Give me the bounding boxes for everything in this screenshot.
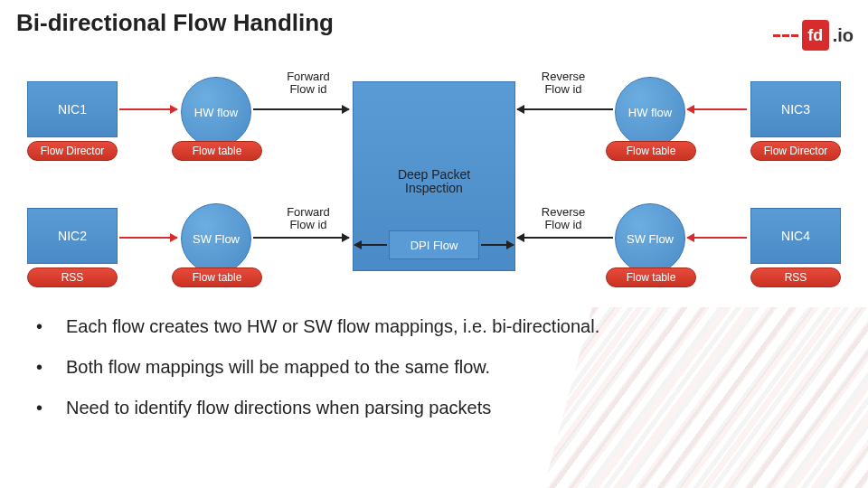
forward-flow-id-top: Forward Flow id	[277, 70, 340, 95]
reverse-flow-id-top: Reverse Flow id	[532, 70, 595, 95]
flow-table-top-left: Flow table	[172, 141, 262, 161]
dpi-flow-inner: DPI Flow	[389, 230, 479, 259]
arrow-icon	[119, 108, 177, 110]
page-title: Bi-directional Flow Handling	[16, 9, 334, 37]
bullet-item: Both flow mappings will be mapped to the…	[18, 357, 814, 378]
flow-table-bottom-right: Flow table	[606, 267, 696, 287]
sw-flow-right: SW Flow	[615, 203, 685, 274]
bullet-list: Each flow creates two HW or SW flow mapp…	[18, 316, 814, 438]
bullet-text: Each flow creates two HW or SW flow mapp…	[66, 316, 599, 337]
dpi-label: Deep Packet Inspection	[384, 168, 484, 196]
bullet-item: Each flow creates two HW or SW flow mapp…	[18, 316, 814, 337]
hw-flow-right: HW flow	[615, 77, 685, 147]
fdio-logo: fd .io	[773, 20, 854, 51]
arrow-icon	[687, 237, 747, 239]
arrow-icon	[354, 244, 387, 246]
flow-table-bottom-left: Flow table	[172, 267, 262, 287]
bullet-item: Need to identify flow directions when pa…	[18, 398, 814, 418]
nic2-box: NIC2	[27, 208, 118, 264]
sw-flow-left: SW Flow	[181, 203, 251, 274]
arrow-icon	[687, 108, 747, 110]
arrow-icon	[517, 108, 613, 110]
speed-lines-icon	[773, 34, 798, 37]
forward-flow-id-bottom: Forward Flow id	[277, 206, 340, 230]
arrow-icon	[253, 237, 349, 239]
flow-table-top-right: Flow table	[606, 141, 696, 161]
arrow-icon	[253, 108, 349, 110]
reverse-flow-id-bottom: Reverse Flow id	[532, 206, 595, 230]
logo-suffix: .io	[833, 25, 854, 46]
logo-badge-icon: fd	[802, 20, 829, 51]
flow-director-1: Flow Director	[27, 141, 118, 161]
flow-director-3: Flow Director	[750, 141, 841, 161]
arrow-icon	[119, 237, 177, 239]
arrow-icon	[517, 237, 613, 239]
nic1-box: NIC1	[27, 81, 118, 137]
nic3-box: NIC3	[750, 81, 841, 137]
flow-diagram: Deep Packet Inspection DPI Flow NIC1 Flo…	[9, 63, 859, 298]
rss-4: RSS	[750, 267, 841, 287]
bullet-text: Both flow mappings will be mapped to the…	[66, 357, 490, 378]
nic4-box: NIC4	[750, 208, 841, 264]
hw-flow-left: HW flow	[181, 77, 251, 147]
bullet-text: Need to identify flow directions when pa…	[66, 398, 491, 418]
rss-2: RSS	[27, 267, 118, 287]
arrow-icon	[481, 244, 514, 246]
